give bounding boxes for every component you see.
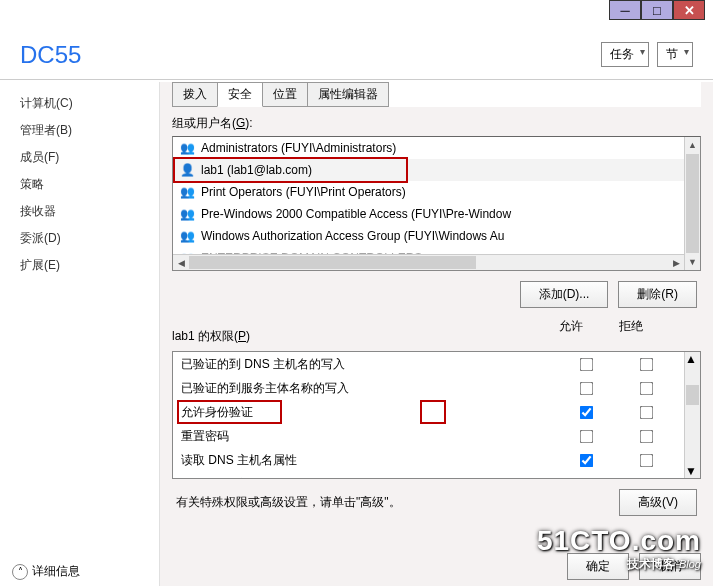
list-item-label: Administrators (FUYI\Administrators) [201,141,396,155]
list-item[interactable]: 👥 Pre-Windows 2000 Compatible Access (FU… [173,203,684,225]
advanced-hint: 有关特殊权限或高级设置，请单击"高级"。 [176,494,619,511]
list-item-label: Windows Authorization Access Group (FUYI… [201,229,504,243]
list-item[interactable]: 👤 lab1 (lab1@lab.com) [173,159,684,181]
permission-row: 读取 DNS 主机名属性 [173,448,684,472]
allow-checkbox[interactable] [580,453,594,467]
group-icon: 👥 [179,206,195,222]
group-icon: 👥 [179,140,195,156]
permission-name: 已验证的到 DNS 主机名的写入 [181,356,556,373]
sidebar-item-policy[interactable]: 策略 [0,171,159,198]
scroll-up-icon[interactable]: ▲ [685,352,700,366]
deny-checkbox[interactable] [640,405,654,419]
perm-vscrollbar[interactable]: ▲ ▼ [684,352,700,478]
chevron-up-icon[interactable]: ˄ [12,564,28,580]
groups-label-suffix: ): [245,116,252,130]
deny-checkbox[interactable] [640,381,654,395]
ok-button[interactable]: 确定 [567,553,629,580]
group-icon: 👥 [179,184,195,200]
list-item[interactable]: 👥 Administrators (FUYI\Administrators) [173,137,684,159]
deny-checkbox[interactable] [640,357,654,371]
sidebar-item-members[interactable]: 成员(F) [0,144,159,171]
perm-label-prefix: lab1 的权限( [172,329,238,343]
perm-label-suffix: ) [246,329,250,343]
list-item-label: Pre-Windows 2000 Compatible Access (FUYI… [201,207,511,221]
sidebar-item-receiver[interactable]: 接收器 [0,198,159,225]
add-button[interactable]: 添加(D)... [520,281,609,308]
list-vscrollbar[interactable]: ▲ ▼ [684,137,700,270]
tab-dialin[interactable]: 拨入 [172,82,218,107]
minimize-button[interactable]: ─ [609,0,641,20]
remove-button[interactable]: 删除(R) [618,281,697,308]
close-button[interactable]: ✕ [673,0,705,20]
tab-bar: 拨入 安全 位置 属性编辑器 [172,82,701,107]
groups-label: 组或用户名(G): [172,115,701,132]
group-icon: 👥 [179,228,195,244]
permission-name: 读取 DNS 主机名属性 [181,452,556,469]
permissions-label: lab1 的权限(P) [172,328,250,345]
allow-checkbox[interactable] [580,381,594,395]
permission-row: 写入 DNS 主机名属性 [173,472,684,479]
permission-name: 重置密码 [181,428,556,445]
deny-checkbox[interactable] [640,453,654,467]
sidebar: 计算机(C) 管理者(B) 成员(F) 策略 接收器 委派(D) 扩展(E) [0,82,160,586]
scroll-right-icon[interactable]: ▶ [668,255,684,270]
permission-row: 重置密码 [173,424,684,448]
list-item[interactable]: 👥 Print Operators (FUYI\Print Operators) [173,181,684,203]
list-item-label: lab1 (lab1@lab.com) [201,163,312,177]
maximize-button[interactable]: □ [641,0,673,20]
page-title: DC55 [20,41,81,69]
permission-name: 写入 DNS 主机名属性 [181,476,556,480]
user-icon: 👤 [179,162,195,178]
groups-label-hotkey: G [236,116,245,130]
scroll-left-icon[interactable]: ◀ [173,255,189,270]
column-deny: 拒绝 [601,318,661,349]
principals-list[interactable]: 👥 Administrators (FUYI\Administrators) 👤… [172,136,701,271]
permission-name: 已验证的到服务主体名称的写入 [181,380,556,397]
permission-row: 已验证的到服务主体名称的写入 [173,376,684,400]
column-allow: 允许 [541,318,601,349]
list-hscrollbar[interactable]: ◀ ▶ [173,254,684,270]
tab-location[interactable]: 位置 [262,82,308,107]
allow-checkbox[interactable] [580,357,594,371]
section-dropdown[interactable]: 节 [657,42,693,67]
permission-row: 已验证的到 DNS 主机名的写入 [173,352,684,376]
deny-checkbox[interactable] [640,429,654,443]
list-item[interactable]: 👥 Windows Authorization Access Group (FU… [173,225,684,247]
permission-row: 允许身份验证 [173,400,684,424]
list-item-label: Print Operators (FUYI\Print Operators) [201,185,406,199]
detail-label[interactable]: 详细信息 [32,563,80,580]
tab-security[interactable]: 安全 [217,82,263,107]
permission-name: 允许身份验证 [181,404,556,421]
advanced-button[interactable]: 高级(V) [619,489,697,516]
sidebar-item-computer[interactable]: 计算机(C) [0,90,159,117]
scroll-thumb[interactable] [686,385,699,405]
hscroll-thumb[interactable] [189,256,476,269]
permissions-list[interactable]: 已验证的到 DNS 主机名的写入已验证的到服务主体名称的写入允许身份验证重置密码… [172,351,701,479]
allow-checkbox[interactable] [580,477,594,479]
tasks-dropdown[interactable]: 任务 [601,42,649,67]
allow-checkbox[interactable] [580,429,594,443]
tab-attribute[interactable]: 属性编辑器 [307,82,389,107]
sidebar-item-delegate[interactable]: 委派(D) [0,225,159,252]
allow-checkbox[interactable] [580,405,594,419]
scroll-up-icon[interactable]: ▲ [685,137,700,153]
scroll-thumb[interactable] [686,154,699,253]
scroll-down-icon[interactable]: ▼ [685,254,700,270]
groups-label-prefix: 组或用户名( [172,116,236,130]
sidebar-item-manager[interactable]: 管理者(B) [0,117,159,144]
deny-checkbox[interactable] [640,477,654,479]
perm-label-hotkey: P [238,329,246,343]
cancel-button[interactable]: 取消 [639,553,701,580]
sidebar-item-extension[interactable]: 扩展(E) [0,252,159,279]
scroll-down-icon[interactable]: ▼ [685,464,700,478]
